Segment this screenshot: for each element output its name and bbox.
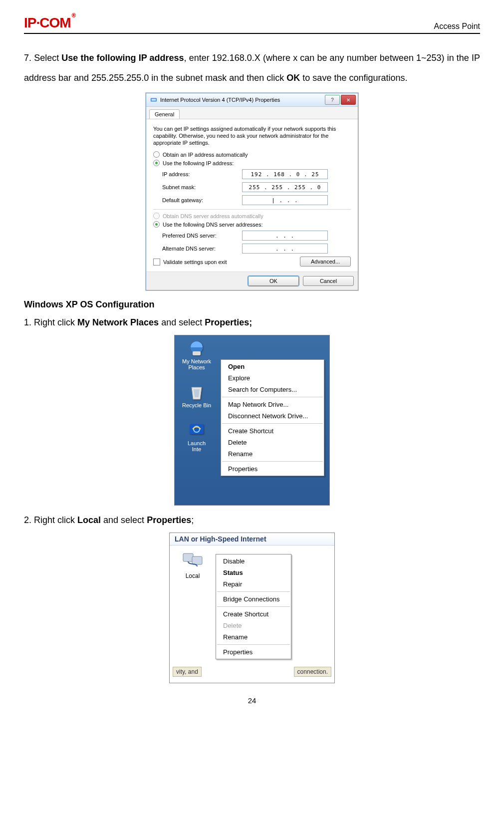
svg-rect-1 [152,99,156,101]
step2-text: 2. Right click Local and select Properti… [24,513,480,528]
preferred-dns-field[interactable]: . . . [242,231,328,241]
ctx-create-shortcut[interactable]: Create Shortcut [221,425,324,437]
lan-group-heading: LAN or High-Speed Internet [170,533,334,545]
radio-use-dns[interactable]: Use the following DNS server addresses: [153,221,351,228]
ctx-map-drive[interactable]: Map Network Drive... [221,399,324,410]
ok-button[interactable]: OK [248,276,299,286]
statusbar-fragment-right: connection. [294,667,331,677]
validate-label: Validate settings upon exit [163,259,227,265]
network-icon [150,96,157,103]
ctx-rename[interactable]: Rename [221,448,324,460]
svg-rect-3 [193,351,201,355]
desktop-icon-internet[interactable]: LaunchInte [179,421,215,452]
dialog-tabstrip: General [146,107,358,119]
dialog-title: Internet Protocol Version 4 (TCP/IPv4) P… [160,97,280,103]
dialog-titlebar: Internet Protocol Version 4 (TCP/IPv4) P… [146,93,358,107]
ctx-rename[interactable]: Rename [216,631,291,643]
ctx-explore[interactable]: Explore [221,372,324,384]
svg-rect-5 [183,553,193,561]
radio-icon [153,160,160,166]
ctx-properties[interactable]: Properties [216,646,291,658]
validate-checkbox[interactable] [153,259,160,266]
label-preferred-dns: Preferred DNS server: [162,233,242,239]
advanced-button[interactable]: Advanced... [300,257,351,267]
ctx-open[interactable]: Open [221,361,324,372]
svg-rect-6 [192,556,202,564]
label-alternate-dns: Alternate DNS server: [162,246,242,252]
ctx-disconnect-drive[interactable]: Disconnect Network Drive... [221,410,324,422]
paragraph-step7: 7. Select Use the following IP address, … [24,48,480,88]
radio-obtain-dns: Obtain DNS server address automatically [153,213,351,219]
ctx-delete: Delete [216,620,291,631]
close-button[interactable]: ✕ [341,95,356,105]
radio-obtain-ip[interactable]: Obtain an IP address automatically [153,151,351,158]
figure-xp-context-menu: My Network Places Recycle Bin LaunchInte… [174,335,330,506]
brand-logo: IP·COM® [24,15,74,31]
desktop-icon-recycle-bin[interactable]: Recycle Bin [179,383,215,408]
help-button[interactable]: ? [325,95,340,105]
ctx-create-shortcut[interactable]: Create Shortcut [216,608,291,620]
lan-icon-label: Local [178,572,208,579]
ctx-status[interactable]: Status [216,567,291,578]
lan-context-menu: Disable Status Repair Bridge Connections… [216,554,291,659]
ctx-delete[interactable]: Delete [221,437,324,448]
radio-icon [153,221,160,228]
radio-use-ip[interactable]: Use the following IP address: [153,160,351,166]
label-default-gateway: Default gateway: [162,197,242,203]
default-gateway-field[interactable]: | . . . [242,195,328,205]
subnet-mask-field[interactable]: 255 . 255 . 255 . 0 [242,182,328,192]
header-title: Access Point [434,22,480,31]
page-header: IP·COM® Access Point [24,15,480,34]
statusbar-fragment-left: vity, and [173,667,202,677]
context-menu: Open Explore Search for Computers... Map… [221,359,324,476]
radio-icon [153,151,160,158]
ipv4-properties-dialog: Internet Protocol Version 4 (TCP/IPv4) P… [146,93,358,290]
cancel-button[interactable]: Cancel [303,276,354,286]
step1-text: 1. Right click My Network Places and sel… [24,315,480,330]
ctx-search-computers[interactable]: Search for Computers... [221,384,324,395]
alternate-dns-field[interactable]: . . . [242,244,328,254]
figure-lan-context-menu: LAN or High-Speed Internet Local Disable… [169,533,335,683]
svg-rect-4 [190,424,204,434]
section-heading-xp: Windows XP OS Configuration [24,299,480,310]
label-ip: IP address: [162,171,242,177]
ctx-bridge[interactable]: Bridge Connections [216,593,291,605]
label-subnet-mask: Subnet mask: [162,184,242,190]
tab-general[interactable]: General [149,109,180,119]
ctx-disable[interactable]: Disable [216,555,291,567]
radio-icon [153,213,160,219]
page-number: 24 [24,696,480,705]
desktop-icon-network-places[interactable]: My Network Places [179,339,215,370]
lan-connection-icon[interactable] [181,550,204,570]
dialog-hint: You can get IP settings assigned automat… [153,125,351,146]
ctx-properties[interactable]: Properties [221,463,324,475]
ctx-repair[interactable]: Repair [216,578,291,590]
ip-address-field[interactable]: 192 . 168 . 0 . 25 [242,169,328,179]
